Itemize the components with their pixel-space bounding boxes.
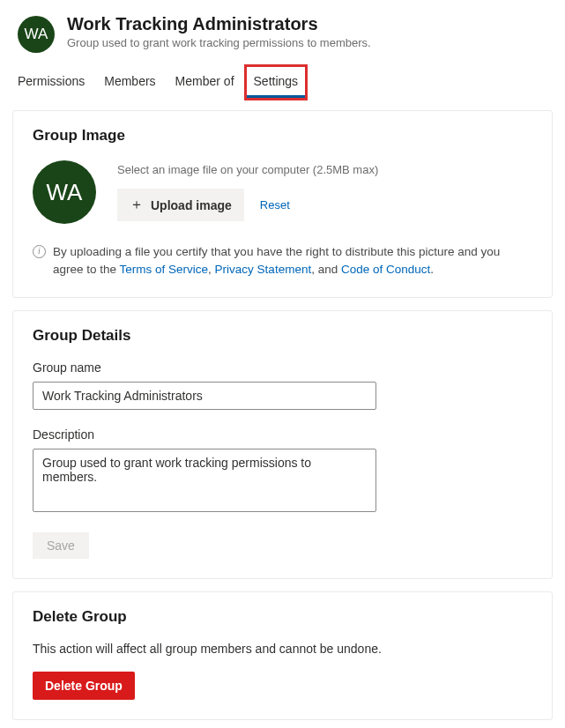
group-name-label: Group name (33, 360, 532, 375)
tab-permissions[interactable]: Permissions (18, 67, 85, 98)
group-details-heading: Group Details (33, 327, 532, 345)
delete-group-text: This action will affect all group member… (33, 642, 532, 656)
upload-disclosure: i By uploading a file you certify that y… (33, 243, 532, 278)
upload-hint: Select an image file on your computer (2… (117, 163, 532, 176)
plus-icon: ＋ (130, 196, 144, 214)
group-image-card: Group Image WA Select an image file on y… (12, 110, 553, 298)
tab-members[interactable]: Members (104, 67, 155, 98)
description-label: Description (33, 427, 532, 442)
reset-link[interactable]: Reset (260, 198, 290, 212)
delete-group-card: Delete Group This action will affect all… (12, 591, 553, 720)
save-button[interactable]: Save (33, 532, 89, 559)
upload-image-label: Upload image (151, 198, 232, 212)
group-avatar: WA (18, 16, 55, 53)
page-header: WA Work Tracking Administrators Group us… (0, 0, 565, 62)
privacy-statement-link[interactable]: Privacy Statement (215, 263, 312, 276)
group-image-avatar: WA (33, 160, 96, 224)
delete-group-button[interactable]: Delete Group (33, 672, 135, 700)
page-title: Work Tracking Administrators (67, 14, 371, 34)
code-of-conduct-link[interactable]: Code of Conduct (341, 263, 430, 276)
tab-member-of[interactable]: Member of (175, 67, 234, 98)
terms-of-service-link[interactable]: Terms of Service (120, 263, 209, 276)
group-name-input[interactable] (33, 382, 376, 410)
tab-settings[interactable]: Settings (247, 67, 306, 98)
tabs: Permissions Members Member of Settings (0, 67, 565, 98)
upload-image-button[interactable]: ＋ Upload image (117, 189, 244, 221)
description-textarea[interactable]: Group used to grant work tracking permis… (33, 449, 376, 512)
delete-group-heading: Delete Group (33, 608, 532, 626)
group-details-card: Group Details Group name Description Gro… (12, 310, 553, 579)
info-icon: i (33, 245, 46, 258)
group-image-heading: Group Image (33, 127, 532, 145)
page-subtitle: Group used to grant work tracking permis… (67, 36, 371, 49)
